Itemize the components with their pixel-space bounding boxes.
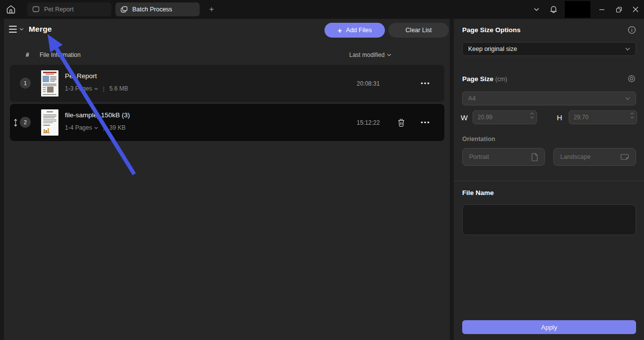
row-index-badge: 1 <box>20 78 31 89</box>
account-avatar[interactable] <box>565 1 590 18</box>
file-meta: 1-3 Pages | 5.6 MB <box>65 85 128 92</box>
chevron-down-icon <box>534 7 539 11</box>
info-icon[interactable] <box>628 26 636 34</box>
dimensions-row: W H <box>461 110 637 124</box>
portrait-button: Portrait <box>462 148 545 166</box>
apply-label: Apply <box>541 324 557 331</box>
restore-icon <box>616 6 622 13</box>
trash-icon <box>397 118 405 127</box>
column-header-file-information: File Information <box>40 51 81 58</box>
ellipsis-icon: ••• <box>421 119 430 126</box>
paper-preset-dropdown: A4 <box>462 92 636 105</box>
page-size-options-panel: Page Size Options Keep original size Pag… <box>454 19 644 340</box>
ellipsis-icon: ••• <box>421 80 430 87</box>
new-tab-button[interactable]: + <box>205 3 218 16</box>
tab-label: Pet Report <box>44 6 74 13</box>
section-divider <box>454 181 644 181</box>
page-title: Merge <box>29 25 52 34</box>
last-modified-time: 15:12:22 <box>357 119 388 126</box>
notifications-button[interactable] <box>545 0 562 19</box>
merge-menu-button[interactable] <box>9 26 24 33</box>
plus-icon: + <box>338 27 342 34</box>
landscape-button: Landscape <box>553 148 636 166</box>
minimize-button[interactable] <box>593 0 610 19</box>
row-index-badge: 2 <box>20 117 31 128</box>
page-size-unit: (cm) <box>495 76 507 83</box>
home-icon <box>5 4 16 15</box>
chevron-down-icon <box>625 48 630 50</box>
file-size: 39 KB <box>109 124 126 131</box>
panel-divider-gutter <box>450 19 454 340</box>
width-label: W <box>461 113 473 122</box>
landscape-page-icon <box>620 153 629 160</box>
restore-button[interactable] <box>610 0 627 19</box>
page-range-dropdown[interactable]: 1-4 Pages <box>65 124 98 131</box>
add-files-label: Add Files <box>346 27 372 34</box>
chevron-down-icon <box>625 97 630 100</box>
file-name-title: File Name <box>462 189 494 196</box>
column-header-index: # <box>26 51 29 58</box>
page-range-label: 1-3 Pages <box>65 85 92 92</box>
add-files-button[interactable]: + Add Files <box>324 23 385 38</box>
delete-row-button[interactable] <box>396 117 407 129</box>
close-icon <box>633 6 639 12</box>
clear-list-button[interactable]: Clear List <box>388 23 449 38</box>
width-input <box>473 110 537 124</box>
file-name-input[interactable] <box>462 204 636 235</box>
chevron-down-icon <box>387 53 391 56</box>
clear-list-label: Clear List <box>406 27 432 34</box>
plus-icon: + <box>209 4 214 14</box>
file-meta: 1-4 Pages | 39 KB <box>65 124 126 131</box>
document-tab-icon <box>32 6 40 13</box>
size-mode-dropdown[interactable]: Keep original size <box>462 42 636 56</box>
last-modified-time: 20:08:31 <box>357 80 388 87</box>
meta-separator: | <box>101 85 107 92</box>
row-more-button[interactable]: ••• <box>419 77 432 90</box>
titlebar: Pet Report Batch Process + <box>0 0 644 19</box>
landscape-label: Landscape <box>560 153 590 160</box>
row-more-button[interactable]: ••• <box>419 116 432 129</box>
height-input <box>569 110 637 124</box>
page-size-title: Page Size (cm) <box>462 75 507 83</box>
chevron-down-icon <box>94 88 98 90</box>
spinner-icon <box>530 112 534 119</box>
file-thumbnail <box>41 109 58 136</box>
merge-workspace: Merge + Add Files Clear List # File Info… <box>4 19 450 340</box>
bell-icon <box>549 5 558 14</box>
minimize-icon <box>599 6 605 12</box>
drag-handle[interactable] <box>12 118 19 127</box>
apply-button[interactable]: Apply <box>462 320 636 334</box>
home-button[interactable] <box>0 0 22 19</box>
size-mode-value: Keep original size <box>468 46 517 52</box>
left-edge-strip <box>0 19 4 340</box>
file-title: file-sample_150kB (3) <box>65 111 130 119</box>
height-value <box>574 114 616 121</box>
portrait-page-icon <box>531 153 538 161</box>
chevron-down-icon <box>19 28 24 31</box>
page-range-label: 1-4 Pages <box>65 124 92 131</box>
sort-last-modified-button[interactable]: Last modified <box>349 51 391 58</box>
page-range-dropdown[interactable]: 1-3 Pages <box>65 85 98 92</box>
tab-pet-report[interactable]: Pet Report <box>27 2 111 16</box>
file-title: Pet Report <box>65 72 97 80</box>
tab-batch-process[interactable]: Batch Process <box>115 2 200 16</box>
spinner-icon <box>630 112 634 119</box>
sort-label: Last modified <box>349 51 384 58</box>
file-thumbnail <box>41 70 58 97</box>
panel-title: Page Size Options <box>462 26 521 34</box>
app-window: Pet Report Batch Process + <box>0 0 644 340</box>
file-size: 5.6 MB <box>109 85 128 92</box>
tab-label: Batch Process <box>132 6 172 13</box>
close-button[interactable] <box>627 0 644 19</box>
paper-preset-value: A4 <box>468 95 476 102</box>
file-row-file-sample[interactable]: 2 file-sample_150kB (3) <box>10 104 444 141</box>
titlebar-right <box>528 0 644 19</box>
gear-icon[interactable] <box>627 74 636 83</box>
chevron-down-icon <box>94 127 98 129</box>
file-row-pet-report[interactable]: 1 Pet Report <box>10 65 444 102</box>
height-label: H <box>557 113 569 122</box>
batch-tab-icon <box>120 6 128 13</box>
hamburger-icon <box>9 26 17 33</box>
collapse-toolbar-button[interactable] <box>528 0 545 19</box>
meta-separator: | <box>101 124 107 131</box>
